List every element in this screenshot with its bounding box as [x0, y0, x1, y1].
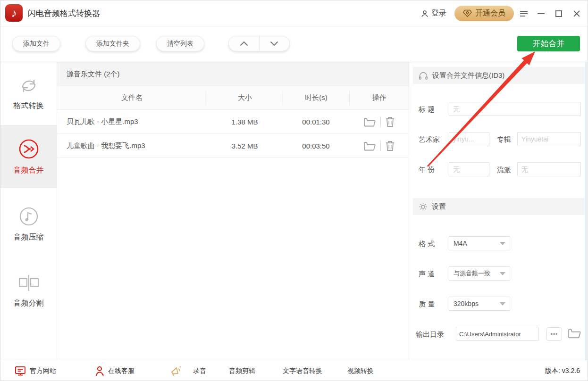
album-field[interactable] [517, 132, 581, 146]
file-size: 1.38 MB [207, 118, 283, 126]
year-field[interactable] [449, 162, 489, 176]
settings-section-header: 设置 [413, 198, 585, 215]
menu-button[interactable] [516, 0, 532, 26]
title-field-label: 标 题 [419, 105, 435, 114]
artist-field-label: 艺术家 [419, 135, 440, 144]
delete-button[interactable] [386, 116, 395, 127]
title-field[interactable] [449, 102, 581, 116]
merge-icon [18, 138, 40, 160]
chevron-down-icon [500, 242, 505, 245]
open-folder-button[interactable] [363, 117, 376, 127]
chevron-down-icon [500, 302, 505, 306]
reorder-buttons [228, 36, 290, 51]
user-icon [420, 9, 429, 18]
close-button[interactable] [569, 0, 585, 26]
login-button[interactable]: 登录 [420, 0, 446, 26]
tts-link[interactable]: 文字语音转换 [283, 360, 322, 381]
record-link[interactable]: 录音 [193, 360, 206, 381]
file-name: 儿童歌曲 - 我想要飞.mp3 [57, 141, 207, 150]
column-header-duration: 时长(s) [283, 91, 349, 105]
divider [380, 116, 381, 127]
gem-icon [463, 9, 472, 17]
id3-section-title: 设置合并文件信息(ID3) [432, 71, 504, 80]
app-window: ♪ 闪电音频格式转换器 登录 开通会员 [0, 0, 588, 381]
version-label: 版本: v3.2.6 [545, 360, 580, 381]
official-site-link[interactable]: 官方网站 [15, 360, 56, 381]
sidebar-item-label: 音频分割 [14, 298, 44, 308]
audio-edit-link[interactable]: 音频剪辑 [229, 360, 255, 381]
id3-section-header: 设置合并文件信息(ID3) [413, 67, 585, 84]
sidebar-item-label: 音频压缩 [14, 232, 44, 242]
quality-value: 320kbps [454, 300, 479, 307]
file-duration: 00:03:50 [283, 142, 349, 150]
column-header-ops: 操作 [349, 91, 409, 105]
browse-button[interactable]: ••• [546, 327, 562, 341]
login-label: 登录 [431, 8, 446, 18]
scrollbar[interactable] [585, 62, 587, 360]
maximize-button[interactable] [551, 0, 567, 26]
video-convert-link[interactable]: 视频转换 [347, 360, 374, 381]
sidebar-item-audio-split[interactable]: 音频分割 [0, 259, 57, 322]
column-header-size: 大小 [207, 91, 283, 105]
gear-icon [419, 202, 428, 211]
split-icon [17, 273, 40, 293]
tts-label: 文字语音转换 [283, 367, 322, 375]
open-folder-button[interactable] [363, 141, 376, 151]
file-name: 贝瓦儿歌 - 小星星.mp3 [57, 117, 207, 126]
sidebar-item-label: 格式转换 [14, 101, 44, 111]
format-value: M4A [454, 240, 467, 247]
channel-select[interactable]: 与源音频一致 [449, 266, 510, 281]
online-service-label: 在线客服 [108, 367, 134, 375]
channel-label: 声 道 [419, 270, 435, 279]
monitor-icon [15, 366, 26, 376]
sync-icon [18, 76, 39, 95]
official-site-label: 官方网站 [30, 367, 56, 375]
app-logo-icon: ♪ [5, 4, 23, 22]
table-row[interactable]: 儿童歌曲 - 我想要飞.mp3 3.52 MB 00:03:50 [57, 134, 409, 158]
online-service-link[interactable]: 在线客服 [95, 360, 134, 381]
vip-button[interactable]: 开通会员 [454, 6, 514, 21]
format-select[interactable]: M4A [449, 236, 510, 250]
sidebar-item-audio-compress[interactable]: 音频压缩 [0, 192, 57, 256]
column-header-name: 文件名 [57, 91, 207, 105]
sidebar-item-format-convert[interactable]: 格式转换 [0, 62, 57, 125]
add-folder-button[interactable]: 添加文件夹 [85, 36, 140, 51]
delete-button[interactable] [386, 141, 395, 151]
output-dir-field[interactable] [456, 327, 539, 341]
add-file-button[interactable]: 添加文件 [12, 36, 60, 51]
start-merge-button[interactable]: 开始合并 [517, 36, 580, 51]
year-field-label: 年 份 [419, 166, 435, 174]
vip-label: 开通会员 [475, 8, 505, 18]
record-label: 录音 [193, 367, 206, 375]
title-bar: ♪ 闪电音频格式转换器 登录 开通会员 [0, 0, 588, 26]
format-label: 格 式 [419, 240, 435, 248]
quality-select[interactable]: 320kbps [449, 297, 510, 311]
file-list-title: 源音乐文件 (2个) [57, 62, 409, 86]
open-output-folder-button[interactable] [568, 328, 581, 339]
footer-bar: 官方网站 在线客服 录音 音频剪辑 文字语音转换 [0, 360, 588, 381]
divider [380, 141, 381, 151]
headphones-icon [419, 71, 428, 80]
clear-list-button[interactable]: 清空列表 [156, 36, 204, 51]
genre-field[interactable] [517, 162, 581, 176]
chevron-down-icon [500, 272, 505, 275]
output-dir-label: 输出目录 [416, 330, 444, 339]
move-up-button[interactable] [229, 36, 260, 51]
sidebar-item-label: 音频合并 [14, 166, 44, 175]
channel-value: 与源音频一致 [454, 269, 490, 278]
music-note-circle-icon [18, 206, 39, 227]
settings-section-title: 设置 [432, 202, 446, 211]
album-field-label: 专辑 [497, 135, 511, 144]
file-list-panel: 源音乐文件 (2个) 文件名 大小 时长(s) 操作 贝瓦儿歌 - 小星星.mp… [57, 62, 409, 360]
sidebar-item-audio-merge[interactable]: 音频合并 [0, 125, 57, 188]
app-title: 闪电音频格式转换器 [28, 0, 100, 26]
artist-field[interactable] [449, 132, 489, 146]
table-row[interactable]: 贝瓦儿歌 - 小星星.mp3 1.38 MB 00:01:30 [57, 110, 409, 134]
customer-service-icon [95, 366, 104, 377]
file-size: 3.52 MB [207, 142, 283, 150]
file-duration: 00:01:30 [283, 118, 349, 126]
genre-field-label: 流派 [497, 166, 511, 174]
file-list-header: 文件名 大小 时长(s) 操作 [57, 86, 409, 110]
minimize-button[interactable] [533, 0, 549, 26]
move-down-button[interactable] [260, 36, 290, 51]
